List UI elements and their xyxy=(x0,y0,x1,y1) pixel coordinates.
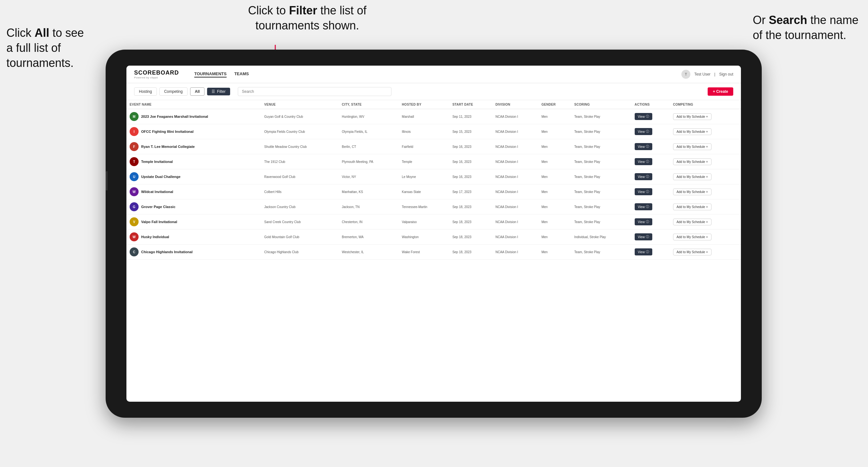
division-cell: NCAA Division I xyxy=(492,199,538,214)
gender-cell: Men xyxy=(538,154,571,169)
create-button[interactable]: + Create xyxy=(708,87,733,96)
nav-link-teams[interactable]: TEAMS xyxy=(234,71,249,77)
view-button[interactable]: View ⓘ xyxy=(635,128,653,135)
add-schedule-button[interactable]: Add to My Schedule + xyxy=(673,113,712,120)
start-date-cell: Sep 18, 2023 xyxy=(449,214,492,229)
view-button[interactable]: View ⓘ xyxy=(635,203,653,210)
filter-label: Filter xyxy=(217,89,226,94)
view-button[interactable]: View ⓘ xyxy=(635,143,653,150)
division-cell: NCAA Division I xyxy=(492,109,538,124)
scoring-cell: Team, Stroke Play xyxy=(571,214,631,229)
add-schedule-button[interactable]: Add to My Schedule + xyxy=(673,144,712,150)
view-button[interactable]: View ⓘ xyxy=(635,248,653,255)
hosted-by-cell: Washington xyxy=(399,229,450,245)
logo-sub: Powered by clippd xyxy=(134,76,179,79)
table-row: F Ryan T. Lee Memorial Collegiate Shuttl… xyxy=(126,139,741,154)
actions-cell: View ⓘ xyxy=(631,139,670,154)
col-event-name: EVENT NAME xyxy=(126,100,261,109)
add-schedule-button[interactable]: Add to My Schedule + xyxy=(673,249,712,255)
filter-bar: Hosting Competing All ☰ Filter + Create xyxy=(126,83,741,100)
tab-competing[interactable]: Competing xyxy=(159,87,188,96)
start-date-cell: Sep 16, 2023 xyxy=(449,139,492,154)
actions-cell: View ⓘ xyxy=(631,229,670,245)
col-actions: ACTIONS xyxy=(631,100,670,109)
info-icon: ⓘ xyxy=(646,250,649,254)
gender-cell: Men xyxy=(538,109,571,124)
col-city-state: CITY, STATE xyxy=(339,100,399,109)
logo-text: SCOREBOARD xyxy=(134,69,179,76)
add-schedule-button[interactable]: Add to My Schedule + xyxy=(673,158,712,165)
view-button[interactable]: View ⓘ xyxy=(635,234,653,240)
division-cell: NCAA Division I xyxy=(492,184,538,199)
view-button[interactable]: View ⓘ xyxy=(635,158,653,165)
info-icon: ⓘ xyxy=(646,114,649,119)
table-row: T Temple Invitational The 1912 Club Plym… xyxy=(126,154,741,169)
event-name-cell: U Upstate Dual Challenge xyxy=(126,169,261,184)
sign-out-link[interactable]: Sign out xyxy=(719,72,733,76)
add-schedule-button[interactable]: Add to My Schedule + xyxy=(673,128,712,135)
city-state-cell: Victor, NY xyxy=(339,169,399,184)
nav-right: T Test User | Sign out xyxy=(681,70,733,79)
city-state-cell: Huntington, WV xyxy=(339,109,399,124)
hosted-by-cell: Valparaiso xyxy=(399,214,450,229)
start-date-cell: Sep 18, 2023 xyxy=(449,199,492,214)
view-button[interactable]: View ⓘ xyxy=(635,188,653,195)
add-schedule-button[interactable]: Add to My Schedule + xyxy=(673,204,712,210)
division-cell: NCAA Division I xyxy=(492,229,538,245)
table-row: I OFCC Fighting Illini Invitational Olym… xyxy=(126,124,741,139)
division-cell: NCAA Division I xyxy=(492,154,538,169)
add-schedule-button[interactable]: Add to My Schedule + xyxy=(673,174,712,180)
event-logo: C xyxy=(130,247,138,256)
gender-cell: Men xyxy=(538,214,571,229)
add-schedule-button[interactable]: Add to My Schedule + xyxy=(673,189,712,195)
hosted-by-cell: Illinois xyxy=(399,124,450,139)
event-logo: G xyxy=(130,202,138,211)
info-icon: ⓘ xyxy=(646,144,649,149)
actions-cell: View ⓘ xyxy=(631,245,670,259)
venue-cell: Shuttle Meadow Country Club xyxy=(261,139,339,154)
table-container: EVENT NAME VENUE CITY, STATE HOSTED BY S… xyxy=(126,100,741,402)
add-schedule-button[interactable]: Add to My Schedule + xyxy=(673,219,712,225)
actions-cell: View ⓘ xyxy=(631,109,670,124)
city-state-cell: Chesterton, IN xyxy=(339,214,399,229)
division-cell: NCAA Division I xyxy=(492,245,538,259)
add-schedule-button[interactable]: Add to My Schedule + xyxy=(673,234,712,240)
scoring-cell: Team, Stroke Play xyxy=(571,184,631,199)
info-icon: ⓘ xyxy=(646,205,649,209)
gender-cell: Men xyxy=(538,139,571,154)
city-state-cell: Jackson, TN xyxy=(339,199,399,214)
col-scoring: SCORING xyxy=(571,100,631,109)
city-state-cell: Bremerton, WA xyxy=(339,229,399,245)
scoring-cell: Team, Stroke Play xyxy=(571,139,631,154)
venue-cell: Sand Creek Country Club xyxy=(261,214,339,229)
event-name-text: Upstate Dual Challenge xyxy=(141,175,181,179)
gender-cell: Men xyxy=(538,199,571,214)
info-icon: ⓘ xyxy=(646,129,649,134)
venue-cell: Colbert Hills xyxy=(261,184,339,199)
view-button[interactable]: View ⓘ xyxy=(635,173,653,180)
start-date-cell: Sep 16, 2023 xyxy=(449,169,492,184)
search-input[interactable] xyxy=(238,87,392,96)
division-cell: NCAA Division I xyxy=(492,139,538,154)
event-logo: U xyxy=(130,172,138,181)
view-button[interactable]: View ⓘ xyxy=(635,218,653,225)
event-name-text: Wildcat Invitational xyxy=(141,189,173,194)
tab-all[interactable]: All xyxy=(190,87,205,96)
view-button[interactable]: View ⓘ xyxy=(635,113,653,120)
info-icon: ⓘ xyxy=(646,159,649,164)
table-row: W Wildcat Invitational Colbert Hills Man… xyxy=(126,184,741,199)
col-division: DIVISION xyxy=(492,100,538,109)
filter-button[interactable]: ☰ Filter xyxy=(207,88,230,95)
tab-hosting[interactable]: Hosting xyxy=(134,87,157,96)
hosted-by-cell: Tennessee-Martin xyxy=(399,199,450,214)
actions-cell: View ⓘ xyxy=(631,214,670,229)
competing-cell: Add to My Schedule + xyxy=(670,109,741,124)
city-state-cell: Manhattan, KS xyxy=(339,184,399,199)
table-row: C Chicago Highlands Invitational Chicago… xyxy=(126,245,741,259)
hosted-by-cell: Wake Forest xyxy=(399,245,450,259)
scoring-cell: Team, Stroke Play xyxy=(571,199,631,214)
event-name-cell: T Temple Invitational xyxy=(126,154,261,169)
event-name-text: 2023 Joe Feaganes Marshall Invitational xyxy=(141,114,208,119)
nav-link-tournaments[interactable]: TOURNAMENTS xyxy=(194,71,226,77)
info-icon: ⓘ xyxy=(646,220,649,224)
